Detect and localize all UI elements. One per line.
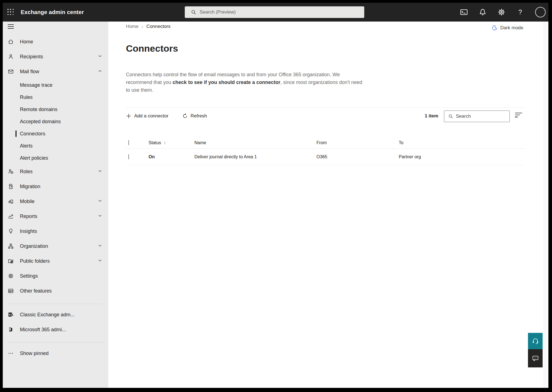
page-description: Connectors help control the flow of emai… xyxy=(126,71,365,94)
sidebar-item-connectors[interactable]: Connectors xyxy=(3,128,108,140)
sidebar: HomeRecipientsMail flowMessage traceRule… xyxy=(3,22,108,388)
sidebar-item-label: Settings xyxy=(20,273,38,279)
chevron-down-icon xyxy=(98,54,102,60)
sidebar-item-label: Message trace xyxy=(20,82,52,88)
column-header-to[interactable]: To xyxy=(399,140,403,145)
search-icon xyxy=(191,9,196,15)
table-header-row: Status↑NameFromTo xyxy=(126,137,525,149)
sidebar-divider xyxy=(8,342,103,343)
show-pinned-icon xyxy=(8,350,14,356)
hamburger-icon[interactable] xyxy=(3,22,108,34)
sidebar-item-label: Alert policies xyxy=(20,155,48,161)
sidebar-item-label: Alerts xyxy=(20,143,33,149)
add-connector-label: Add a connector xyxy=(134,113,168,119)
sidebar-item-public-folders[interactable]: Public folders xyxy=(3,254,108,269)
sidebar-item-home[interactable]: Home xyxy=(3,34,108,49)
sidebar-item-alert-policies[interactable]: Alert policies xyxy=(3,152,108,164)
refresh-button[interactable]: Refresh xyxy=(182,109,207,123)
item-count: 1 item xyxy=(425,109,438,123)
breadcrumb-current: Connectors xyxy=(146,24,170,29)
settings-icon xyxy=(8,273,14,279)
terminal-icon[interactable] xyxy=(460,8,468,16)
list-search-input[interactable]: Search xyxy=(444,111,510,122)
global-search-input[interactable]: Search (Preview) xyxy=(185,6,364,18)
sidebar-item-label: Public folders xyxy=(20,258,50,264)
sidebar-item-show-pinned[interactable]: Show pinned xyxy=(3,346,108,361)
description-link[interactable]: check to see if you should create a conn… xyxy=(173,80,280,85)
support-button[interactable] xyxy=(528,333,543,349)
sidebar-item-label: Show pinned xyxy=(20,351,49,356)
sidebar-item-label: Mail flow xyxy=(20,69,39,75)
sidebar-item-message-trace[interactable]: Message trace xyxy=(3,79,108,91)
column-header-name[interactable]: Name xyxy=(194,140,206,145)
column-header-from[interactable]: From xyxy=(316,140,327,145)
sidebar-item-remote-domains[interactable]: Remote domains xyxy=(3,103,108,115)
breadcrumb-home[interactable]: Home xyxy=(126,24,138,29)
top-bar: Exchange admin center Search (Preview) ? xyxy=(3,3,548,22)
breadcrumb: Home › Connectors xyxy=(126,24,170,29)
sidebar-item-label: Mobile xyxy=(20,199,35,204)
sidebar-divider xyxy=(8,304,103,304)
app-title: Exchange admin center xyxy=(21,9,84,15)
sidebar-item-mail-flow[interactable]: Mail flow xyxy=(3,64,108,79)
chevron-down-icon xyxy=(98,199,102,204)
sidebar-item-roles[interactable]: Roles xyxy=(3,164,108,179)
sidebar-item-label: Organization xyxy=(20,243,48,249)
other-features-icon xyxy=(8,288,14,294)
table-row[interactable]: OnDeliver journal directly to Area 1O365… xyxy=(126,149,525,165)
add-connector-button[interactable]: Add a connector xyxy=(126,109,168,123)
dark-mode-toggle[interactable]: Dark mode xyxy=(492,25,523,31)
sidebar-item-microsoft-365-admi[interactable]: Microsoft 365 admi... xyxy=(3,322,108,337)
app-launcher-icon[interactable] xyxy=(7,9,14,15)
list-search-placeholder: Search xyxy=(456,114,471,119)
microsoft-365-icon xyxy=(8,327,14,333)
toolbar-divider xyxy=(126,107,525,108)
feedback-icon xyxy=(532,355,539,362)
sidebar-item-label: Reports xyxy=(20,214,37,219)
refresh-icon xyxy=(182,113,188,119)
feedback-button[interactable] xyxy=(528,349,543,367)
sidebar-item-label: Other features xyxy=(20,288,52,294)
sidebar-item-label: Insights xyxy=(20,228,37,234)
sidebar-item-other-features[interactable]: Other features xyxy=(3,283,108,298)
bell-icon[interactable] xyxy=(479,8,487,16)
sidebar-item-migration[interactable]: Migration xyxy=(3,179,108,194)
cell-status: On xyxy=(149,154,155,159)
help-rail xyxy=(528,333,543,367)
sidebar-item-mobile[interactable]: Mobile xyxy=(3,194,108,209)
cell-to: Partner org xyxy=(399,154,421,159)
sidebar-item-label: Migration xyxy=(20,184,40,190)
sidebar-item-label: Roles xyxy=(20,169,33,175)
cell-from: O365 xyxy=(316,154,327,159)
search-icon xyxy=(448,114,453,119)
sidebar-item-settings[interactable]: Settings xyxy=(3,269,108,283)
select-all-checkbox[interactable] xyxy=(128,140,129,145)
sidebar-item-accepted-domains[interactable]: Accepted domains xyxy=(3,115,108,128)
sidebar-item-alerts[interactable]: Alerts xyxy=(3,140,108,152)
sidebar-item-insights[interactable]: Insights xyxy=(3,224,108,239)
scrollbar[interactable] xyxy=(544,22,548,388)
sidebar-item-label: Classic Exchange adm... xyxy=(20,312,75,318)
sidebar-item-label: Remote domains xyxy=(20,107,57,112)
sidebar-item-reports[interactable]: Reports xyxy=(3,209,108,224)
avatar[interactable] xyxy=(535,7,546,17)
sidebar-item-rules[interactable]: Rules xyxy=(3,91,108,103)
filter-icon[interactable] xyxy=(515,113,522,119)
sidebar-item-label: Rules xyxy=(20,94,33,100)
help-icon[interactable]: ? xyxy=(516,8,524,16)
chevron-up-icon xyxy=(98,69,102,75)
column-header-status[interactable]: Status↑ xyxy=(149,140,166,145)
chevron-down-icon xyxy=(98,169,102,175)
row-checkbox[interactable] xyxy=(128,154,129,159)
sidebar-item-classic-exchange-adm[interactable]: EClassic Exchange adm... xyxy=(3,307,108,322)
gear-icon[interactable] xyxy=(498,8,505,16)
breadcrumb-separator-icon: › xyxy=(142,24,143,29)
sidebar-item-recipients[interactable]: Recipients xyxy=(3,49,108,64)
mail-flow-icon xyxy=(8,69,14,75)
sort-ascending-icon: ↑ xyxy=(164,140,166,145)
sidebar-item-organization[interactable]: Organization xyxy=(3,239,108,254)
selected-indicator xyxy=(15,130,17,137)
sidebar-item-label: Microsoft 365 admi... xyxy=(20,327,66,333)
sidebar-item-label: Connectors xyxy=(20,131,45,137)
public-folders-icon xyxy=(8,258,14,264)
